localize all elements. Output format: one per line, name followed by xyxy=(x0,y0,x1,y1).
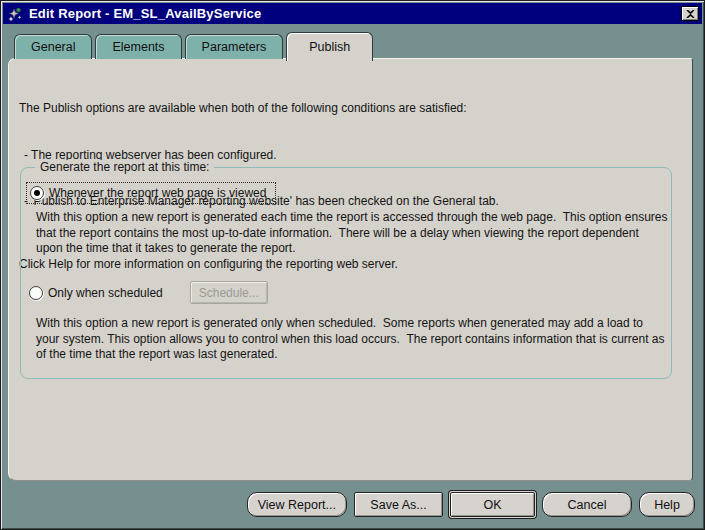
window-title: Edit Report - EM_SL_AvailByService xyxy=(29,6,261,21)
radio-only-scheduled[interactable]: Only when scheduled Schedule... xyxy=(29,281,268,304)
view-report-button[interactable]: View Report... xyxy=(247,492,347,517)
radio-whenever-viewed[interactable]: Whenever the report web page is viewed xyxy=(26,182,276,204)
ok-button[interactable]: OK xyxy=(450,492,535,517)
save-as-button[interactable]: Save As... xyxy=(354,492,443,517)
tab-bar: General Elements Parameters Publish xyxy=(14,33,376,59)
cancel-button[interactable]: Cancel xyxy=(542,492,632,517)
publish-tab-panel: The Publish options are available when b… xyxy=(8,58,693,481)
intro-line: The Publish options are available when b… xyxy=(19,101,499,117)
radio-only-scheduled-label: Only when scheduled xyxy=(48,286,163,300)
generate-report-groupbox: Generate the report at this time: Whenev… xyxy=(20,167,672,379)
tab-publish[interactable]: Publish xyxy=(286,32,373,61)
edit-report-dialog: Edit Report - EM_SL_AvailByService Gener… xyxy=(0,0,705,530)
groupbox-label: Generate the report at this time: xyxy=(35,160,214,174)
titlebar[interactable]: Edit Report - EM_SL_AvailByService xyxy=(3,3,702,24)
help-button[interactable]: Help xyxy=(639,492,695,517)
option-whenever-viewed-description: With this option a new report is generat… xyxy=(36,210,668,257)
dialog-button-row: View Report... Save As... OK Cancel Help xyxy=(247,492,695,517)
option-only-scheduled-description: With this option a new report is generat… xyxy=(36,316,668,363)
close-button[interactable] xyxy=(681,6,699,21)
schedule-button[interactable]: Schedule... xyxy=(190,281,268,304)
radio-dot xyxy=(34,190,40,196)
radio-unselected-icon[interactable] xyxy=(29,286,43,300)
app-icon xyxy=(6,6,24,22)
tab-parameters[interactable]: Parameters xyxy=(185,34,284,59)
radio-selected-icon[interactable] xyxy=(30,186,44,200)
tab-elements[interactable]: Elements xyxy=(95,34,181,59)
radio-whenever-viewed-label: Whenever the report web page is viewed xyxy=(49,186,266,200)
tab-general[interactable]: General xyxy=(14,34,92,59)
close-icon xyxy=(686,6,695,21)
